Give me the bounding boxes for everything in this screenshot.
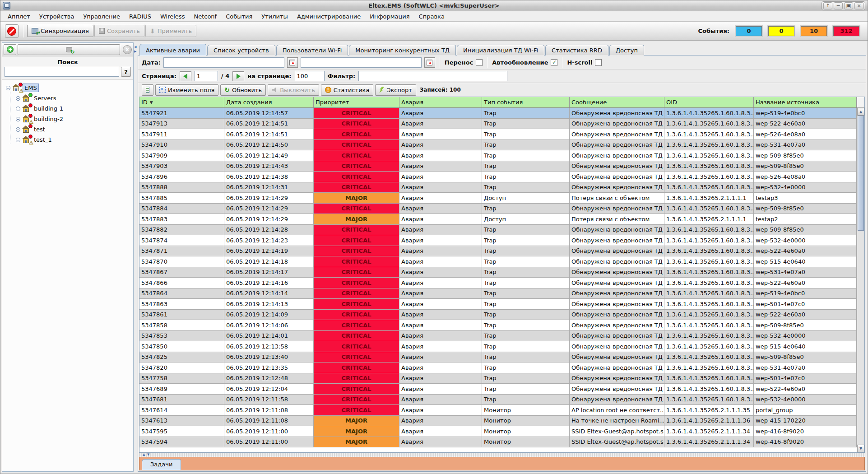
- tree-node-ems[interactable]: ⚠EMS: [4, 83, 131, 93]
- alarm-row-5347896[interactable]: 534789606.05.2019 12:14:38CRITICALАвария…: [139, 172, 857, 182]
- vertical-splitter[interactable]: ◀ ▶: [134, 42, 138, 472]
- tab-6[interactable]: Доступ: [609, 45, 644, 56]
- search-help-button[interactable]: ?: [121, 67, 131, 77]
- alarm-row-5347594[interactable]: 534759406.05.2019 12:11:00MAJORАварияМон…: [139, 437, 857, 448]
- menu-item-1[interactable]: Устройства: [35, 11, 79, 22]
- tree-node-label[interactable]: EMS: [23, 84, 39, 92]
- alarm-row-5347758[interactable]: 534775806.05.2019 12:12:48CRITICALАвария…: [139, 373, 857, 384]
- tree-expand-handle-icon[interactable]: [6, 86, 10, 90]
- scrollbar-track[interactable]: [857, 116, 864, 445]
- alarm-row-5347863[interactable]: 534786306.05.2019 12:14:13CRITICALАвария…: [139, 299, 857, 310]
- alarm-row-5347888[interactable]: 534788806.05.2019 12:14:31CRITICALАвария…: [139, 182, 857, 193]
- scroll-down-button[interactable]: ▼: [857, 445, 864, 452]
- edit-fields-button[interactable]: Изменить поля: [155, 84, 218, 96]
- alarm-row-5347910[interactable]: 534791006.05.2019 12:14:50CRITICALАвария…: [139, 140, 857, 151]
- tree-expand-handle-icon[interactable]: [16, 117, 20, 121]
- alarm-row-5347853[interactable]: 534785306.05.2019 12:14:01CRITICALАвария…: [139, 331, 857, 342]
- tree-expand-handle-icon[interactable]: [16, 138, 20, 142]
- alarm-row-5347871[interactable]: 534787106.05.2019 12:14:19CRITICALАвария…: [139, 246, 857, 257]
- menu-item-9[interactable]: Информация: [365, 11, 414, 22]
- alarm-row-5347909[interactable]: 534790906.05.2019 12:14:49CRITICALАвария…: [139, 150, 857, 161]
- filter-input[interactable]: [358, 71, 507, 81]
- column-header-3[interactable]: Авария: [399, 97, 482, 107]
- db-sync-button[interactable]: [18, 44, 120, 55]
- expand-right-icon[interactable]: ▶: [134, 50, 136, 53]
- autorefresh-checkbox[interactable]: ✓: [551, 59, 557, 66]
- date-from-input[interactable]: [163, 57, 284, 68]
- alarm-row-5347921[interactable]: 534792106.05.2019 12:14:57CRITICALАвария…: [139, 108, 857, 119]
- tree-node-building-2[interactable]: ⚠building-2: [4, 114, 131, 124]
- alarm-row-5347911[interactable]: 534791106.05.2019 12:14:51CRITICALАвария…: [139, 129, 857, 140]
- menu-item-8[interactable]: Администрирование: [292, 11, 365, 22]
- collapse-up-icon[interactable]: ▲: [143, 453, 145, 456]
- stop-alerts-button[interactable]: [5, 24, 19, 38]
- minimize-button[interactable]: −: [834, 2, 843, 9]
- save-button[interactable]: Сохранить: [94, 25, 144, 37]
- events-counter-major[interactable]: 10: [801, 26, 827, 36]
- vertical-scrollbar[interactable]: ▲ ▼: [857, 97, 864, 452]
- tab-4[interactable]: Инициализация ТД Wi-Fi: [457, 45, 544, 56]
- tree-node-label[interactable]: building-1: [32, 105, 65, 112]
- tree-node-label[interactable]: test_1: [32, 136, 53, 144]
- hscroll-checkbox[interactable]: [595, 59, 602, 66]
- menu-item-2[interactable]: Управление: [79, 11, 125, 22]
- tree-node-label[interactable]: building-2: [32, 115, 65, 123]
- tab-3[interactable]: Мониторинг конкурентных ТД: [349, 45, 456, 56]
- tree-node-test-1[interactable]: ⚠test_1: [4, 135, 131, 145]
- column-header-1[interactable]: Дата создания: [224, 97, 314, 107]
- refresh-button[interactable]: ↻ Обновить: [220, 84, 266, 96]
- menu-item-3[interactable]: RADIUS: [125, 11, 156, 22]
- tab-0[interactable]: Активные аварии: [139, 44, 206, 56]
- menu-item-5[interactable]: Netconf: [189, 11, 221, 22]
- alarm-row-5347614[interactable]: 534761406.05.2019 12:11:08CRITICALАвария…: [139, 405, 857, 416]
- column-header-4[interactable]: Тип события: [482, 97, 570, 107]
- date-to-calendar-button[interactable]: [424, 57, 435, 68]
- tree-node-test[interactable]: test: [4, 124, 131, 135]
- scrollbar-thumb[interactable]: [858, 116, 864, 231]
- search-input[interactable]: [5, 67, 119, 77]
- alarm-row-5347858[interactable]: 534785806.05.2019 12:14:06CRITICALАвария…: [139, 320, 857, 331]
- column-header-0[interactable]: ID▼: [139, 97, 224, 107]
- alarm-row-5347595[interactable]: 534759506.05.2019 12:11:00MAJORАварияМон…: [139, 426, 857, 437]
- alarm-row-5347883[interactable]: 534788306.05.2019 12:14:29MAJORАварияДос…: [139, 214, 857, 225]
- events-counter-warning[interactable]: 0: [768, 26, 794, 36]
- tree-node-label[interactable]: test: [32, 125, 46, 133]
- alarm-row-5347820[interactable]: 534782006.05.2019 12:13:35CRITICALАвария…: [139, 362, 857, 373]
- horizontal-splitter[interactable]: ▲ ▼: [139, 453, 865, 457]
- alarm-row-5347866[interactable]: 534786606.05.2019 12:14:16CRITICALАвария…: [139, 278, 857, 288]
- alarm-row-5347913[interactable]: 534791306.05.2019 12:14:51CRITICALАвария…: [139, 119, 857, 130]
- next-page-button[interactable]: [232, 71, 244, 81]
- alarm-row-5347882[interactable]: 534788206.05.2019 12:14:28CRITICALАвария…: [139, 225, 857, 236]
- column-header-7[interactable]: Название источника: [754, 97, 857, 107]
- tab-5[interactable]: Статистика RRD: [545, 45, 608, 56]
- table-settings-button[interactable]: [142, 84, 153, 96]
- clear-button[interactable]: x: [123, 45, 132, 54]
- tree-node-label[interactable]: Servers: [32, 94, 57, 102]
- events-counter-info[interactable]: 0: [736, 26, 762, 36]
- maximize-button[interactable]: ▣: [844, 2, 853, 9]
- collapse-left-icon[interactable]: ◀: [134, 45, 136, 49]
- page-input[interactable]: [195, 71, 218, 81]
- tab-1[interactable]: Список устройств: [207, 45, 275, 56]
- per-page-input[interactable]: [295, 71, 325, 81]
- menu-item-0[interactable]: Апплет: [3, 11, 35, 22]
- alarm-row-5347850[interactable]: 534785006.05.2019 12:13:58CRITICALАвария…: [139, 341, 857, 352]
- tab-2[interactable]: Пользователи Wi-Fi: [276, 45, 348, 56]
- menu-item-4[interactable]: Wireless: [156, 11, 189, 22]
- tab-tasks[interactable]: Задачи: [142, 459, 181, 470]
- scroll-up-button[interactable]: ▲: [857, 108, 864, 116]
- menu-item-6[interactable]: События: [221, 11, 257, 22]
- expand-down-icon[interactable]: ▼: [147, 453, 149, 456]
- tree-expand-handle-icon[interactable]: [16, 127, 20, 132]
- column-header-5[interactable]: Сообщение: [570, 97, 664, 107]
- tree-expand-handle-icon[interactable]: [16, 96, 20, 101]
- alarm-row-5347613[interactable]: 534761306.05.2019 12:11:08MAJORАварияМон…: [139, 416, 857, 427]
- disable-button[interactable]: Выключить: [268, 84, 319, 96]
- alarm-row-5347689[interactable]: 534768906.05.2019 12:12:04CRITICALАвария…: [139, 384, 857, 395]
- alarm-row-5347825[interactable]: 534782506.05.2019 12:13:40CRITICALАвария…: [139, 352, 857, 363]
- tree-expand-handle-icon[interactable]: [16, 107, 20, 111]
- column-header-2[interactable]: Приоритет: [314, 97, 399, 107]
- column-header-6[interactable]: OID: [664, 97, 754, 107]
- alarm-row-5347903[interactable]: 534790306.05.2019 12:14:43CRITICALАвария…: [139, 161, 857, 172]
- date-to-input[interactable]: [301, 57, 422, 68]
